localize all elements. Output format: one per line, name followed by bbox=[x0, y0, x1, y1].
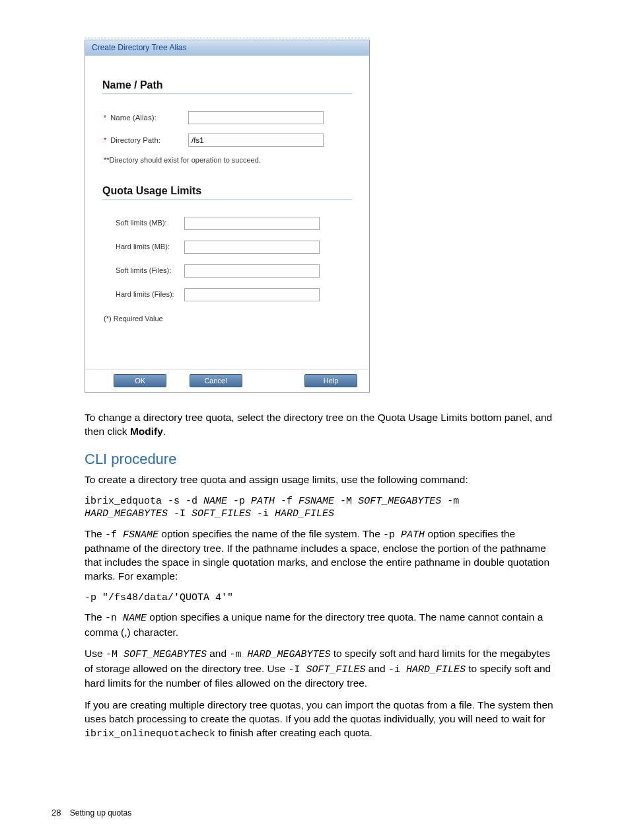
name-alias-row: * Name (Alias): bbox=[104, 111, 360, 124]
directory-path-row: * Directory Path: bbox=[104, 134, 360, 147]
page-footer: 28 Setting up quotas bbox=[52, 808, 131, 818]
required-value-note: (*) Required Value bbox=[104, 315, 360, 323]
paragraph-modify: To change a directory tree quota, select… bbox=[85, 411, 557, 439]
create-directory-tree-alias-dialog: Create Directory Tree Alias Name / Path … bbox=[85, 40, 370, 393]
soft-limits-mb-row: Soft limits (MB): bbox=[116, 217, 360, 230]
name-alias-input[interactable] bbox=[188, 111, 324, 124]
directory-path-input[interactable] bbox=[188, 134, 324, 147]
paragraph-cli-intro: To create a directory tree quota and ass… bbox=[85, 473, 557, 487]
footer-section-title: Setting up quotas bbox=[70, 808, 131, 818]
hard-limits-files-row: Hard limits (Files): bbox=[116, 288, 360, 301]
section-name-path: Name / Path bbox=[102, 79, 352, 94]
paragraph-batch: If you are creating multiple directory t… bbox=[85, 699, 557, 741]
cancel-button[interactable]: Cancel bbox=[190, 374, 242, 387]
dialog-footer: OK Cancel Help bbox=[85, 369, 369, 392]
soft-limits-mb-input[interactable] bbox=[184, 217, 320, 230]
required-marker: * bbox=[104, 114, 110, 122]
hard-limits-mb-input[interactable] bbox=[184, 241, 320, 254]
paragraph-use-limits: Use -M SOFT_MEGABYTES and -m HARD_MEGABY… bbox=[85, 647, 557, 690]
page-number: 28 bbox=[52, 808, 61, 818]
soft-limits-files-row: Soft limits (Files): bbox=[116, 264, 360, 278]
hard-limits-files-label: Hard limits (Files): bbox=[116, 288, 184, 298]
command-path-example: -p "/fs48/data/'QUOTA 4'" bbox=[85, 592, 557, 605]
heading-cli-procedure: CLI procedure bbox=[85, 451, 557, 468]
directory-path-label: Directory Path: bbox=[110, 136, 188, 144]
help-button[interactable]: Help bbox=[304, 374, 357, 387]
soft-limits-files-label: Soft limits (Files): bbox=[116, 264, 184, 274]
hard-limits-mb-row: Hard limits (MB): bbox=[116, 241, 360, 254]
hard-limits-files-input[interactable] bbox=[184, 288, 320, 301]
name-alias-label: Name (Alias): bbox=[110, 114, 188, 122]
hard-limits-mb-label: Hard limits (MB): bbox=[116, 241, 184, 250]
soft-limits-mb-label: Soft limits (MB): bbox=[116, 217, 184, 227]
ok-button[interactable]: OK bbox=[114, 374, 166, 387]
paragraph-name-option: The -n NAME option specifies a unique na… bbox=[85, 611, 557, 639]
paragraph-fsname: The -f FSNAME option specifies the name … bbox=[85, 527, 557, 584]
section-quota-limits: Quota Usage Limits bbox=[102, 185, 352, 200]
directory-exist-note: **Directory should exist for operation t… bbox=[104, 156, 360, 164]
required-marker: * bbox=[104, 137, 110, 144]
dialog-title: Create Directory Tree Alias bbox=[85, 40, 369, 56]
soft-limits-files-input[interactable] bbox=[184, 264, 320, 278]
command-edquota: ibrix_edquota -s -d NAME -p PATH -f FSNA… bbox=[85, 495, 557, 521]
